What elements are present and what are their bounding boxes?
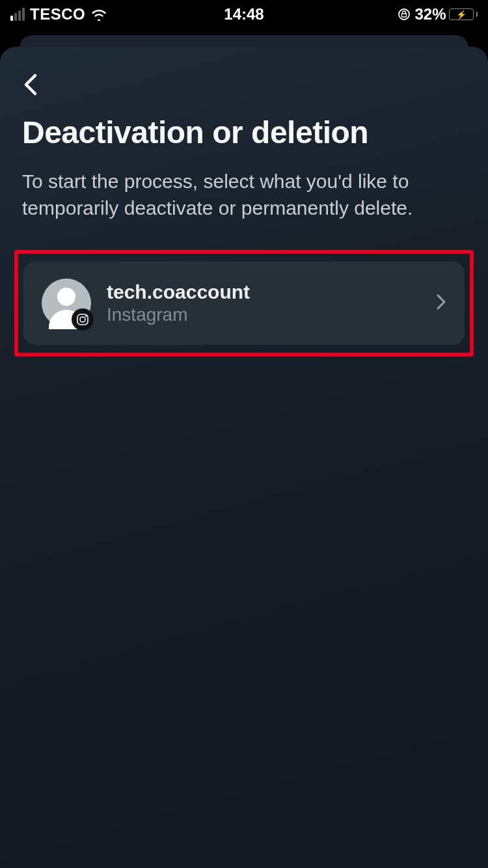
account-text: tech.coaccount Instagram <box>107 281 420 325</box>
status-left: TESCO <box>10 5 107 23</box>
wifi-icon <box>90 8 107 21</box>
svg-point-2 <box>80 317 85 322</box>
status-right: 32% ⚡ <box>398 5 478 23</box>
status-time: 14:48 <box>224 5 264 23</box>
page-title: Deactivation or deletion <box>22 115 466 150</box>
back-button[interactable] <box>22 68 39 112</box>
carrier-label: TESCO <box>30 5 85 23</box>
signal-icon <box>10 8 25 21</box>
account-username: tech.coaccount <box>107 281 420 303</box>
instagram-icon <box>72 308 94 331</box>
main-sheet: Deactivation or deletion To start the pr… <box>0 47 488 868</box>
account-platform: Instagram <box>107 305 420 325</box>
battery-pct-label: 32% <box>414 5 446 23</box>
battery-icon: ⚡ <box>449 8 474 20</box>
avatar <box>42 278 91 328</box>
page-subtitle: To start the process, select what you'd … <box>22 169 466 221</box>
highlight-annotation: tech.coaccount Instagram <box>14 250 474 357</box>
chevron-right-icon <box>436 293 446 313</box>
rotation-lock-icon <box>398 8 411 21</box>
status-bar: TESCO 14:48 32% ⚡ <box>0 0 488 29</box>
svg-point-3 <box>85 316 87 317</box>
battery-indicator: 32% ⚡ <box>414 5 478 23</box>
account-row[interactable]: tech.coaccount Instagram <box>23 262 465 345</box>
